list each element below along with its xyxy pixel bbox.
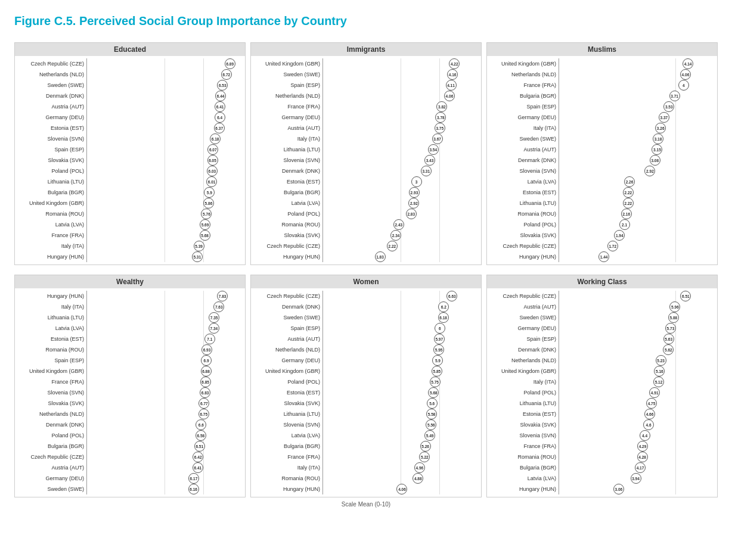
chart-row: Czech Republic (CZE)6.63 [251,291,479,301]
dot-container: 4 [678,80,689,91]
country-label: Bulgaria (BGR) [15,443,86,449]
chart-row: Lithuania (LTU)6.01 [15,176,243,187]
chart-row: Spain (ESP)6.9 [15,355,243,366]
dot-container: 5.63 [663,334,674,344]
country-label: Sweden (SWE) [487,315,559,321]
chart-row: Spain (ESP)5.63 [487,334,715,344]
bar-area: 3.53 [559,101,715,112]
country-label: Austria (AUT) [251,125,322,131]
country-label: Slovakia (SVK) [251,232,322,238]
country-label: Germany (DEU) [15,114,86,120]
bar-area: 5.49 [322,430,479,441]
chart-row: Slovakia (SVK)6.77 [15,398,243,409]
country-label: Slovenia (SVN) [487,168,559,174]
chart-row: Spain (ESP)3.53 [487,101,715,112]
chart-row: Slovenia (SVN)6.83 [15,387,243,398]
country-label: Romania (ROU) [15,347,86,353]
bar-area: 1.94 [559,230,715,241]
country-label: France (FRA) [251,104,322,110]
bar-area: 6.85 [86,377,243,387]
bar-area: 6.72 [86,69,243,80]
data-dot: 3.26 [655,123,666,133]
country-label: Austria (AUT) [251,336,322,342]
dot-container: 4.06 [444,91,455,101]
bar-area: 5.16 [559,366,715,377]
dot-container: 2.92 [644,166,655,176]
dot-container: 5.73 [665,323,676,334]
data-dot: 6.41 [215,101,225,112]
dot-container: 6.53 [217,80,228,91]
chart-body-immigrants: United Kingdom (GBR)4.22Sweden (SWE)4.16… [251,56,481,265]
chart-row: Austria (AUT)6.41 [15,462,243,473]
data-dot: 5.31 [192,251,203,262]
country-label: Hungary (HUN) [251,254,322,260]
data-dot: 5.86 [203,198,214,209]
data-dot: 4.22 [449,58,460,69]
dot-container: 3.06 [613,484,624,494]
country-label: Spain (ESP) [487,104,559,110]
scale-label: Scale Mean (0-10) [14,501,718,508]
bar-area: 6.77 [86,398,243,409]
country-label: Slovenia (SVN) [251,422,322,428]
chart-row: Slovenia (SVN)3.43 [251,155,479,166]
dot-container: 6.18 [210,133,221,144]
chart-row: Estonia (EST)7.1 [15,334,243,344]
dot-container: 5.49 [424,430,435,441]
chart-row: Slovenia (SVN)4.4 [487,430,715,441]
bar-area: 5.26 [322,441,479,452]
chart-row: Austria (AUT)5.96 [487,301,715,312]
data-dot: 6.58 [196,430,206,441]
country-label: Italy (ITA) [15,243,86,249]
chart-row: Czech Republic (CZE)6.89 [15,58,243,69]
dot-container: 4.6 [643,419,654,430]
country-label: Poland (POL) [15,433,86,438]
data-dot: 6.89 [225,58,235,69]
data-dot: 6.4 [215,112,225,123]
dot-container: 5.85 [432,366,442,377]
bar-area: 5.23 [559,355,715,366]
data-dot: 6.6 [196,419,206,430]
chart-row: Netherlands (NLD)4.06 [251,91,479,101]
dot-container: 6.72 [221,69,232,80]
data-dot: 2.22 [387,241,398,251]
data-dot: 2.1 [619,219,630,230]
bar-area: 6.88 [86,366,243,377]
dot-container: 5.23 [656,355,666,366]
chart-row: Slovakia (SVK)2.34 [251,230,479,241]
data-dot: 6.41 [193,462,203,473]
data-dot: 2.92 [644,166,655,176]
country-label: Italy (ITA) [15,304,86,310]
dot-container: 4.06 [680,69,691,80]
data-dot: 5.95 [433,344,444,355]
dot-container: 6.63 [446,291,457,301]
dot-container: 5.86 [203,198,214,209]
dot-container: 6.01 [206,176,217,187]
bar-area: 4.06 [559,69,715,80]
chart-row: United Kingdom (GBR)4.14 [487,58,715,69]
country-label: Netherlands (NLD) [15,411,86,417]
bar-area: 4.17 [559,462,715,473]
bar-area: 5.73 [559,323,715,334]
bar-area: 4.88 [322,473,479,484]
chart-row: Slovakia (SVK)5.6 [251,398,479,409]
data-dot: 2.93 [409,187,420,198]
country-label: Germany (DEU) [487,325,559,331]
chart-row: Romania (ROU)5.76 [15,209,243,219]
chart-body-working-class: Czech Republic (CZE)6.51Austria (AUT)5.9… [487,288,717,497]
bar-area: 6.44 [86,91,243,101]
dot-container: 1.44 [598,251,609,262]
bar-area: 5.39 [86,241,243,251]
dot-container: 6.51 [680,291,691,301]
dot-container: 5.76 [201,209,212,219]
country-label: Hungary (HUN) [487,486,559,492]
bar-area: 3.67 [322,133,479,144]
country-label: France (FRA) [487,82,559,88]
country-label: Netherlands (NLD) [251,347,322,353]
chart-row: Latvia (LVA)5.49 [251,430,479,441]
chart-row: France (FRA)4 [487,80,715,91]
country-label: Spain (ESP) [487,336,559,342]
dot-container: 2.83 [406,209,417,219]
bar-area: 5.9 [86,187,243,198]
country-label: Slovakia (SVK) [487,232,559,238]
country-label: Latvia (LVA) [15,222,86,228]
